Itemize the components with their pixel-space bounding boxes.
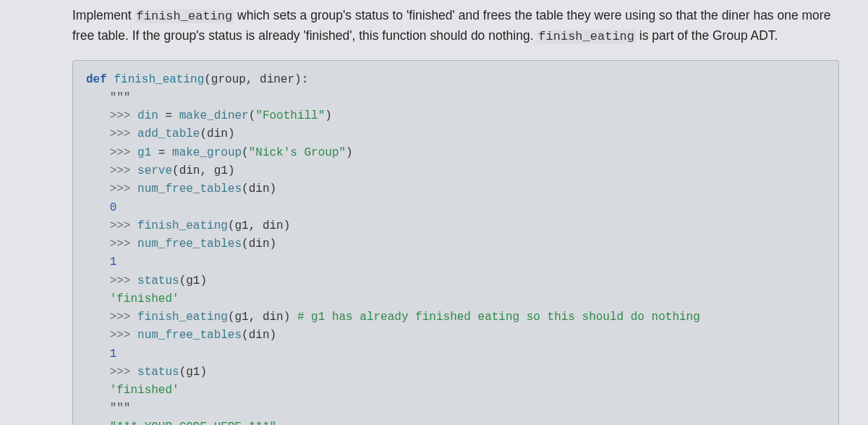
problem-description: Implement finish_eating which sets a gro… (72, 6, 839, 47)
repl-prompt: >>> (110, 219, 137, 232)
docstring-open: """ (110, 91, 131, 104)
code-token: 'finished' (110, 384, 179, 397)
inline-code-fn1: finish_eating (135, 9, 234, 23)
inline-code-fn2: finish_eating (537, 30, 636, 43)
code-token: add_table (137, 127, 200, 140)
code-token: ( (242, 146, 249, 159)
code-token: ( (249, 109, 256, 122)
repl-prompt: >>> (110, 146, 137, 159)
repl-prompt: >>> (110, 329, 137, 342)
code-token: g1 (137, 146, 151, 159)
function-name: finish_eating (114, 73, 204, 86)
signature-params: (group, diner): (204, 73, 308, 86)
repl-prompt: >>> (110, 164, 137, 177)
code-token: (g1) (179, 274, 207, 287)
repl-prompt: >>> (110, 109, 137, 122)
code-placeholder: "*** YOUR CODE HERE ***" (110, 421, 276, 425)
repl-prompt: >>> (110, 366, 137, 379)
code-token: ) (346, 146, 353, 159)
desc-text-pre: Implement (72, 8, 135, 22)
code-token: (din, g1) (172, 164, 234, 177)
code-token: num_free_tables (137, 329, 242, 342)
code-token: "Foothill" (255, 109, 325, 122)
code-token: = (151, 146, 172, 159)
code-token: num_free_tables (137, 182, 242, 195)
code-token: finish_eating (137, 219, 228, 232)
code-token: ) (325, 109, 332, 122)
code-token: = (158, 109, 179, 122)
code-token: 1 (110, 348, 117, 361)
code-token: 'finished' (110, 293, 179, 306)
code-token: (din) (242, 329, 276, 342)
repl-prompt: >>> (110, 182, 137, 195)
code-token: # g1 has already finished eating so this… (297, 311, 700, 324)
page-container: Implement finish_eating which sets a gro… (0, 0, 868, 425)
code-token: status (137, 274, 179, 287)
repl-prompt: >>> (110, 274, 137, 287)
code-token: (din) (242, 237, 276, 251)
docstring-close: """ (110, 402, 131, 415)
code-token: status (137, 366, 179, 379)
code-token: (g1) (179, 366, 207, 379)
code-token: "Nick's Group" (249, 146, 346, 159)
code-token: make_group (172, 146, 242, 159)
repl-prompt: >>> (110, 311, 137, 324)
code-token: make_diner (179, 109, 249, 122)
code-token: finish_eating (137, 311, 228, 324)
code-token: serve (137, 164, 172, 177)
code-token: (din) (200, 127, 234, 140)
repl-prompt: >>> (110, 237, 137, 251)
code-token: 0 (110, 201, 117, 214)
code-token: din (137, 109, 158, 122)
code-token: 1 (110, 256, 117, 269)
code-token: num_free_tables (137, 237, 242, 251)
keyword-def: def (86, 73, 107, 86)
desc-text-mid2: is part of the Group ADT. (636, 28, 778, 43)
code-block: def finish_eating(group, diner): """ >>>… (72, 60, 839, 425)
code-token: (g1, din) (228, 311, 297, 324)
code-token: (din) (242, 182, 276, 195)
repl-prompt: >>> (110, 127, 137, 140)
code-token: (g1, din) (228, 219, 290, 232)
